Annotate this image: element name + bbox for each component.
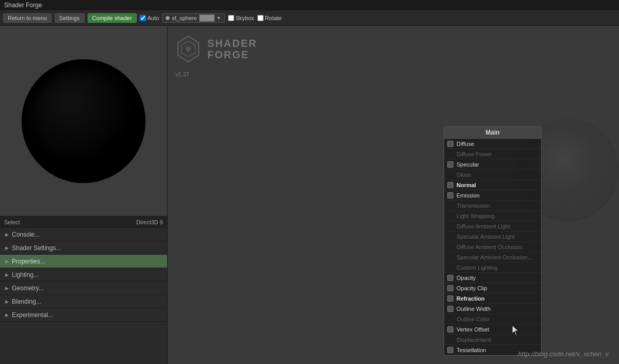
node-label: Vertex Offset [457, 326, 489, 333]
obj-visibility-dot [166, 16, 170, 20]
node-row-opacity[interactable]: Opacity [444, 273, 541, 283]
node-row-emission[interactable]: Emission [444, 190, 541, 201]
node-label: Light Wrapping [457, 213, 495, 219]
logo-area: SHADER FORGE [175, 34, 257, 64]
node-input-dot [447, 275, 453, 281]
node-label: Normal [457, 182, 476, 188]
node-row-specular-ambient-light[interactable]: Specular Ambient Light [444, 231, 541, 242]
node-input-dot [447, 306, 453, 312]
node-row-normal[interactable]: Normal [444, 180, 541, 190]
version-text: v1.37 [175, 71, 189, 77]
svg-point-2 [186, 46, 191, 52]
node-label: Tessellation [457, 347, 486, 353]
node-label: Opacity Clip [457, 285, 487, 291]
menu-arrow: ▶ [5, 299, 9, 304]
menu-item-label: Properties... [12, 258, 45, 265]
return-menu-button[interactable]: Return to menu [3, 13, 52, 23]
node-input-dot [447, 347, 453, 353]
main-layout: Select Direct3D 9 ▶Console...▶Shader Set… [0, 26, 619, 364]
node-row-diffuse-power[interactable]: Diffuse Power [444, 149, 541, 159]
menu-arrow: ▶ [5, 272, 9, 277]
node-row-light-wrapping[interactable]: Light Wrapping [444, 211, 541, 221]
logo-line2: FORGE [207, 49, 257, 60]
node-row-diffuse-ambient-occlusion[interactable]: Diffuse Ambient Occlusion [444, 242, 541, 252]
obj-arrow: ▼ [217, 15, 221, 21]
title-bar-label: Shader Forge [4, 2, 42, 9]
node-row-diffuse[interactable]: Diffuse [444, 139, 541, 149]
node-row-transmission[interactable]: Transmission [444, 201, 541, 211]
node-row-outline-color[interactable]: Outline Color [444, 314, 541, 324]
sidebar-item-lighting---[interactable]: ▶Lighting... [0, 268, 167, 282]
sidebar-item-experimental---[interactable]: ▶Experimental... [0, 308, 167, 322]
node-row-displacement[interactable]: Displacement [444, 335, 541, 345]
node-row-diffuse-ambient-light[interactable]: Diffuse Ambient Light [444, 221, 541, 231]
preview-area [0, 26, 167, 217]
obj-name: sf_sphere [172, 15, 197, 21]
node-input-dot [447, 141, 453, 147]
node-label: Emission [457, 192, 480, 198]
auto-checkbox[interactable]: Auto [140, 15, 159, 21]
node-label: Opacity [457, 275, 476, 281]
node-input-dot [447, 161, 453, 168]
settings-button[interactable]: Settings [55, 13, 85, 23]
node-label: Outline Color [457, 316, 490, 322]
node-row-gloss[interactable]: Gloss [444, 170, 541, 180]
node-input-dot [447, 192, 453, 198]
sidebar-item-shader-settings---[interactable]: ▶Shader Settings... [0, 241, 167, 255]
menu-item-label: Experimental... [12, 311, 53, 319]
sidebar-item-blending---[interactable]: ▶Blending... [0, 295, 167, 308]
node-label: Refraction [457, 295, 484, 302]
node-input-dot [447, 295, 453, 302]
sidebar-item-console---[interactable]: ▶Console... [0, 228, 167, 241]
menu-item-label: Console... [12, 231, 40, 238]
node-label: Outline Width [457, 306, 491, 312]
sidebar-item-geometry---[interactable]: ▶Geometry... [0, 282, 167, 295]
preview-sphere [22, 59, 145, 183]
menu-arrow: ▶ [5, 232, 9, 237]
logo-line1: SHADER [207, 38, 257, 49]
menu-item-label: Blending... [12, 298, 41, 305]
left-menu: ▶Console...▶Shader Settings...▶Propertie… [0, 228, 167, 364]
skybox-checkbox[interactable]: Skybox [228, 15, 254, 21]
main-node-panel: Main DiffuseDiffuse PowerSpecularGlossNo… [444, 126, 542, 356]
node-row-specular-ambient-occlusion---[interactable]: Specular Ambient Occlusion... [444, 252, 541, 262]
main-node-header: Main [444, 127, 541, 139]
menu-arrow: ▶ [5, 312, 9, 318]
node-row-specular[interactable]: Specular [444, 159, 541, 170]
menu-item-label: Lighting... [12, 271, 39, 278]
node-label: Specular Ambient Light [457, 234, 515, 240]
node-label: Diffuse Ambient Light [457, 223, 510, 229]
node-label: Transmission [457, 203, 490, 209]
title-bar: Shader Forge [0, 0, 619, 10]
footer-link: http://blog.csdn.net/v_xchen_v [518, 350, 609, 358]
node-row-vertex-offset[interactable]: Vertex Offset [444, 324, 541, 335]
node-row-outline-width[interactable]: Outline Width [444, 304, 541, 314]
menu-item-label: Geometry... [12, 285, 44, 292]
menu-arrow: ▶ [5, 245, 9, 251]
node-label: Gloss [457, 172, 471, 178]
node-row-refraction[interactable]: Refraction [444, 293, 541, 304]
node-input-dot [447, 285, 453, 291]
node-row-custom-lighting[interactable]: Custom Lighting [444, 262, 541, 273]
node-input-dot [447, 182, 453, 188]
node-label: Diffuse Ambient Occlusion [457, 244, 523, 250]
right-panel[interactable]: SHADER FORGE v1.37 Main DiffuseDiffuse P… [168, 26, 619, 364]
menu-arrow: ▶ [5, 259, 9, 264]
menu-arrow: ▶ [5, 286, 9, 291]
rotate-checkbox[interactable]: Rotate [257, 15, 282, 21]
node-label: Diffuse Power [457, 151, 492, 157]
compile-shader-button[interactable]: Compile shader [88, 13, 137, 23]
left-panel: Select Direct3D 9 ▶Console...▶Shader Set… [0, 26, 168, 364]
node-label: Specular Ambient Occlusion... [457, 254, 532, 260]
object-selector[interactable]: sf_sphere ▼ [162, 13, 224, 23]
sidebar-item-properties---[interactable]: ▶Properties... [0, 255, 167, 268]
node-label: Specular [457, 161, 479, 168]
render-label: Direct3D 9 [136, 219, 163, 225]
menu-item-label: Shader Settings... [12, 244, 61, 252]
toolbar: Return to menu Settings Compile shader A… [0, 10, 619, 26]
logo-icon [175, 34, 201, 64]
node-row-opacity-clip[interactable]: Opacity Clip [444, 283, 541, 293]
color-swatch[interactable] [199, 14, 215, 22]
node-label: Displacement [457, 337, 491, 343]
select-label: Select [4, 219, 20, 225]
